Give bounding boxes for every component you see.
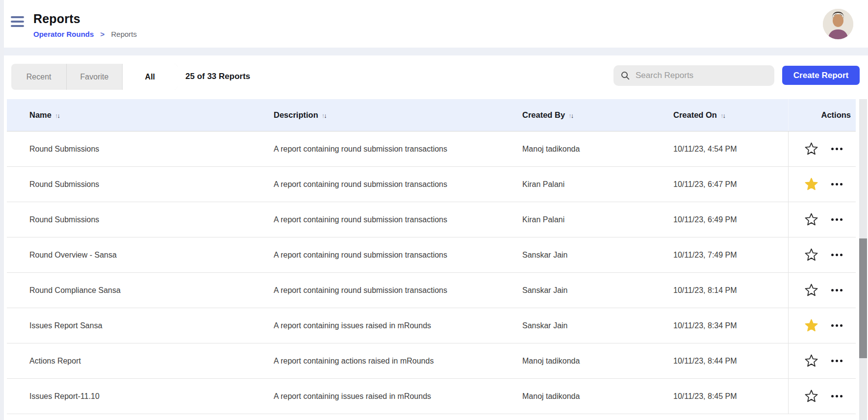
- report-filter-tabs: Recent Favorite All: [11, 64, 178, 90]
- reports-table: Name↑↓ Description↑↓ Created By↑↓ Create…: [7, 99, 856, 414]
- star-icon: [804, 142, 818, 156]
- sort-icon: ↑↓: [322, 112, 326, 119]
- row-actions: [788, 237, 859, 272]
- column-header-created-on[interactable]: Created On↑↓: [673, 110, 788, 120]
- favorite-star-button[interactable]: [803, 353, 819, 369]
- row-menu-button[interactable]: [829, 356, 844, 366]
- report-name: Issues Report-11.10: [29, 392, 274, 401]
- report-count: 25 of 33 Reports: [185, 72, 250, 81]
- table-row[interactable]: Round Submissions A report containing ro…: [7, 202, 856, 237]
- column-header-name[interactable]: Name↑↓: [29, 110, 274, 120]
- sort-icon: ↑↓: [55, 112, 59, 119]
- table-row[interactable]: Round Overview - Sansa A report containi…: [7, 237, 856, 273]
- table-header: Name↑↓ Description↑↓ Created By↑↓ Create…: [7, 99, 856, 131]
- search-icon: [620, 71, 630, 80]
- tab-recent[interactable]: Recent: [11, 64, 67, 90]
- report-description: A report containing round submission tra…: [274, 180, 522, 189]
- left-edge-strip: [0, 0, 4, 420]
- report-description: A report containing round submission tra…: [274, 286, 522, 295]
- report-name: Round Submissions: [29, 215, 274, 224]
- report-created-on: 10/11/23, 6:47 PM: [673, 180, 788, 189]
- report-created-on: 10/11/23, 8:45 PM: [673, 392, 788, 401]
- sort-icon: ↑↓: [568, 112, 573, 119]
- star-icon: [804, 318, 818, 333]
- breadcrumb-separator: >: [101, 30, 105, 38]
- row-actions: [788, 273, 859, 308]
- table-row[interactable]: Issues Report Sansa A report containing …: [7, 308, 856, 343]
- table-row[interactable]: Round Submissions A report containing ro…: [7, 131, 856, 167]
- report-name: Round Compliance Sansa: [29, 286, 274, 295]
- favorite-star-button[interactable]: [803, 388, 819, 405]
- breadcrumb: Operator Rounds > Reports: [33, 30, 137, 38]
- row-actions: [788, 379, 859, 414]
- table-row[interactable]: Round Submissions A report containing ro…: [7, 167, 856, 202]
- tab-all[interactable]: All: [123, 64, 178, 90]
- breadcrumb-link-operator-rounds[interactable]: Operator Rounds: [33, 30, 94, 38]
- report-name: Round Submissions: [29, 145, 274, 154]
- search-input[interactable]: [636, 71, 767, 80]
- report-created-by: Manoj tadikonda: [522, 357, 673, 366]
- menu-icon[interactable]: [11, 15, 25, 28]
- report-created-on: 10/11/23, 4:54 PM: [673, 145, 788, 154]
- favorite-star-button[interactable]: [803, 317, 819, 334]
- breadcrumb-current: Reports: [111, 30, 137, 38]
- star-icon: [804, 212, 818, 227]
- favorite-star-button[interactable]: [803, 141, 819, 158]
- star-icon: [804, 177, 818, 191]
- favorite-star-button[interactable]: [803, 211, 819, 228]
- report-created-by: Kiran Palani: [522, 180, 673, 189]
- report-created-on: 10/11/23, 6:49 PM: [673, 215, 788, 224]
- content-area: Recent Favorite All 25 of 33 Reports Cre…: [4, 55, 868, 420]
- page-title: Reports: [33, 12, 137, 26]
- row-menu-button[interactable]: [829, 285, 844, 295]
- row-actions: [788, 202, 859, 237]
- user-avatar[interactable]: [823, 9, 853, 39]
- report-name: Issues Report Sansa: [29, 321, 274, 330]
- tab-favorite[interactable]: Favorite: [67, 64, 122, 90]
- vertical-scrollbar[interactable]: [859, 99, 867, 420]
- report-description: A report containing actions raised in mR…: [274, 357, 522, 366]
- table-row[interactable]: Actions Report A report containing actio…: [7, 343, 856, 379]
- report-created-by: Sanskar Jain: [522, 286, 673, 295]
- report-name: Round Submissions: [29, 180, 274, 189]
- report-description: A report containing round submission tra…: [274, 145, 522, 154]
- sort-icon: ↑↓: [720, 112, 725, 119]
- search-box[interactable]: [613, 65, 774, 86]
- create-report-button[interactable]: Create Report: [782, 66, 860, 85]
- row-menu-button[interactable]: [829, 320, 844, 331]
- report-description: A report containing round submission tra…: [274, 215, 522, 224]
- star-icon: [804, 283, 818, 297]
- row-menu-button[interactable]: [829, 179, 844, 189]
- row-actions: [788, 131, 859, 166]
- header-gap-band: [4, 48, 868, 55]
- table-row[interactable]: Issues Report-11.10 A report containing …: [7, 379, 856, 414]
- report-name: Round Overview - Sansa: [29, 251, 274, 260]
- row-menu-button[interactable]: [829, 250, 844, 260]
- table-row[interactable]: Round Compliance Sansa A report containi…: [7, 273, 856, 308]
- favorite-star-button[interactable]: [803, 247, 819, 263]
- report-description: A report containing issues raised in mRo…: [274, 392, 522, 401]
- favorite-star-button[interactable]: [803, 282, 819, 299]
- report-created-by: Manoj tadikonda: [522, 145, 673, 154]
- report-created-on: 10/11/23, 8:44 PM: [673, 357, 788, 366]
- row-menu-button[interactable]: [829, 144, 844, 154]
- table-body: Round Submissions A report containing ro…: [7, 131, 856, 414]
- scrollbar-thumb[interactable]: [859, 238, 867, 358]
- column-header-created-by[interactable]: Created By↑↓: [522, 110, 673, 120]
- report-created-on: 10/11/23, 8:34 PM: [673, 321, 788, 330]
- report-created-by: Sanskar Jain: [522, 321, 673, 330]
- row-actions: [788, 308, 859, 343]
- row-menu-button[interactable]: [829, 391, 844, 401]
- favorite-star-button[interactable]: [803, 176, 819, 193]
- report-created-on: 10/11/23, 7:49 PM: [673, 251, 788, 260]
- column-header-description[interactable]: Description↑↓: [274, 110, 522, 120]
- report-created-by: Kiran Palani: [522, 215, 673, 224]
- report-name: Actions Report: [29, 357, 274, 366]
- title-block: Reports Operator Rounds > Reports: [33, 12, 137, 38]
- report-description: A report containing issues raised in mRo…: [274, 321, 522, 330]
- report-created-by: Manoj tadikonda: [522, 392, 673, 401]
- row-menu-button[interactable]: [829, 214, 844, 225]
- star-icon: [804, 248, 818, 262]
- avatar-image: [823, 9, 853, 39]
- report-created-by: Sanskar Jain: [522, 251, 673, 260]
